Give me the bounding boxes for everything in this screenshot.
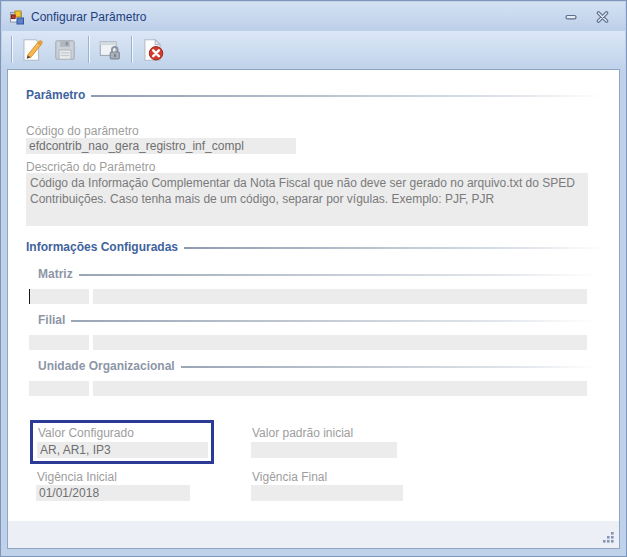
- subsection-divider-line: [79, 274, 597, 276]
- unidade-name-field[interactable]: [93, 381, 587, 396]
- codigo-parametro-field[interactable]: efdcontrib_nao_gera_registro_inf_compl: [26, 138, 296, 154]
- cancel-icon: [140, 37, 166, 63]
- informacoes-section-header: Informações Configuradas: [26, 240, 603, 254]
- valor-configurado-field[interactable]: AR, AR1, IP3: [37, 442, 208, 458]
- parametro-section-header: Parâmetro: [26, 88, 603, 102]
- cancel-button[interactable]: [137, 34, 169, 65]
- vigencia-final-label: Vigência Final: [252, 470, 327, 484]
- section-divider-line: [184, 247, 603, 249]
- close-icon: [596, 11, 609, 23]
- toolbar-separator: [131, 36, 132, 63]
- informacoes-section-title: Informações Configuradas: [26, 240, 178, 254]
- unidade-organizacional-label: Unidade Organizacional: [38, 359, 175, 373]
- titlebar[interactable]: Configurar Parâmetro: [2, 2, 625, 31]
- minimize-icon: [565, 12, 577, 22]
- matriz-group-header: Matriz: [38, 267, 597, 281]
- status-strip: [8, 521, 619, 548]
- edit-button[interactable]: [15, 34, 47, 65]
- subsection-divider-line: [71, 320, 597, 322]
- window-title: Configurar Parâmetro: [31, 10, 146, 24]
- minimize-button[interactable]: [562, 9, 580, 25]
- descricao-parametro-label: Descrição do Parâmetro: [26, 160, 155, 174]
- winforms-app-icon: [9, 9, 25, 25]
- unidade-code-field[interactable]: [29, 381, 89, 396]
- filial-label: Filial: [38, 313, 65, 327]
- security-lock-icon: [97, 37, 123, 63]
- section-divider-line: [91, 95, 603, 97]
- save-icon: [52, 37, 78, 63]
- save-button[interactable]: [49, 34, 81, 65]
- unidade-organizacional-group-header: Unidade Organizacional: [38, 359, 597, 373]
- filial-code-field[interactable]: [29, 335, 89, 350]
- close-button[interactable]: [593, 9, 611, 25]
- descricao-parametro-field[interactable]: Código da Informação Complementar da Not…: [26, 173, 588, 226]
- configurar-parametro-window: Configurar Parâmetro: [0, 0, 627, 557]
- vigencia-inicial-label: Vigência Inicial: [37, 470, 117, 484]
- codigo-parametro-label: Código do parâmetro: [26, 124, 139, 138]
- edit-icon: [18, 37, 44, 63]
- valor-configurado-label: Valor Configurado: [38, 426, 134, 440]
- filial-name-field[interactable]: [93, 335, 587, 350]
- parametro-section-title: Parâmetro: [26, 88, 85, 102]
- toolbar-separator: [88, 36, 89, 63]
- content-panel: Parâmetro Código do parâmetro efdcontrib…: [7, 69, 620, 549]
- resize-grip-icon[interactable]: [601, 530, 615, 544]
- security-button[interactable]: [94, 34, 126, 65]
- valor-padrao-field[interactable]: [251, 442, 397, 458]
- valor-padrao-label: Valor padrão inicial: [252, 426, 353, 440]
- text-caret: [29, 289, 30, 304]
- matriz-label: Matriz: [38, 267, 73, 281]
- vigencia-inicial-field[interactable]: 01/01/2018: [36, 485, 190, 501]
- toolbar-separator: [11, 36, 12, 63]
- filial-group-header: Filial: [38, 313, 597, 327]
- matriz-name-field[interactable]: [93, 289, 587, 304]
- vigencia-final-field[interactable]: [251, 485, 403, 501]
- matriz-code-field[interactable]: [29, 289, 89, 304]
- valor-configurado-highlight-box: Valor Configurado AR, AR1, IP3: [30, 420, 214, 464]
- subsection-divider-line: [181, 366, 597, 368]
- toolbar: [2, 31, 625, 68]
